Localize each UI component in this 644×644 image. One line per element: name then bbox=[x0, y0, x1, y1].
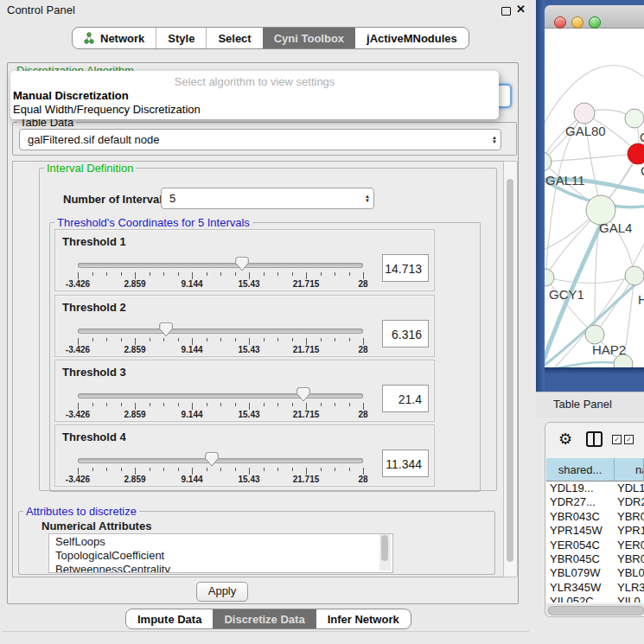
checkbox-icon[interactable]: ✓ bbox=[624, 435, 634, 444]
gal80-node[interactable] bbox=[574, 103, 595, 124]
network-window-titlebar[interactable] bbox=[545, 5, 644, 29]
network-edge bbox=[545, 277, 595, 335]
attribute-item-betweennesscentrality[interactable]: BetweennessCentrality bbox=[49, 562, 392, 573]
algorithm-option-manual-discretization[interactable]: Manual Discretization bbox=[13, 89, 129, 102]
table-row[interactable]: YBR043CYBR0 bbox=[546, 510, 644, 524]
tick-mark bbox=[264, 403, 265, 406]
tab-jactivemnodules[interactable]: jActiveMNodules bbox=[355, 28, 469, 48]
combo-stepper-icon[interactable]: ▲▼ bbox=[361, 194, 373, 203]
columns-icon[interactable] bbox=[586, 431, 603, 447]
minimize-traffic-light-icon[interactable] bbox=[571, 16, 583, 29]
panel-scrollbar[interactable] bbox=[503, 161, 518, 577]
attribute-item-topologicalcoefficient[interactable]: TopologicalCoefficient bbox=[49, 548, 392, 562]
tick-mark bbox=[121, 468, 122, 471]
zoom-traffic-light-icon[interactable] bbox=[589, 16, 601, 29]
control-panel: Control Panel ✕ NetworkStyleSelectCyni T… bbox=[0, 0, 536, 644]
tab-style[interactable]: Style bbox=[156, 28, 206, 48]
tab-infer-network-label: Infer Network bbox=[328, 613, 399, 626]
slider-thumb[interactable] bbox=[296, 387, 310, 402]
column-header-name[interactable]: na bbox=[615, 458, 644, 481]
tick-mark bbox=[277, 272, 278, 276]
tab-impute-data[interactable]: Impute Data bbox=[126, 609, 213, 628]
tick-label: 21.715 bbox=[287, 345, 325, 354]
table-data-combobox[interactable]: galFiltered.sif default node ▲▼ bbox=[19, 129, 501, 150]
number-of-intervals-combobox[interactable]: 5 ▲▼ bbox=[161, 188, 374, 209]
table-row[interactable]: YLR345WYLR3 bbox=[546, 581, 644, 595]
slider-thumb[interactable] bbox=[235, 257, 249, 271]
tick-mark bbox=[292, 338, 293, 341]
tick-label: 21.715 bbox=[287, 279, 325, 289]
tick-mark bbox=[178, 272, 179, 276]
node-label-h: H bbox=[638, 292, 644, 307]
tab-discretize-data[interactable]: Discretize Data bbox=[213, 609, 316, 628]
cell-shared-name: YPR145W bbox=[546, 524, 614, 538]
tick-label: 21.715 bbox=[287, 410, 325, 419]
slider-track[interactable] bbox=[78, 458, 363, 463]
table-row[interactable]: YDR27...YDR2 bbox=[546, 495, 644, 509]
tick-mark bbox=[192, 272, 193, 279]
slider-thumb[interactable] bbox=[159, 322, 173, 337]
tick-mark bbox=[135, 468, 136, 475]
threshold-rows: Threshold 1-3.4262.8599.14415.4321.71528… bbox=[54, 229, 435, 485]
column-header-shared-name[interactable]: shared... bbox=[546, 458, 615, 481]
slider-thumb[interactable] bbox=[205, 452, 219, 467]
network-edge bbox=[545, 276, 634, 283]
threshold-value-field[interactable]: 21.4 bbox=[382, 385, 429, 412]
checkbox-icon[interactable]: ✓ bbox=[612, 435, 622, 444]
apply-button[interactable]: Apply bbox=[196, 582, 248, 602]
slider-track[interactable] bbox=[78, 393, 363, 399]
close-traffic-light-icon[interactable] bbox=[554, 16, 566, 29]
gal11-node[interactable] bbox=[545, 152, 552, 171]
attribute-item-selfloops[interactable]: SelfLoops bbox=[49, 534, 392, 548]
cell-shared-name: YDL19... bbox=[546, 481, 614, 495]
table-row[interactable]: YPR145WYPR1 bbox=[546, 524, 644, 538]
threshold-row-3: Threshold 3-3.4262.8599.14415.4321.71528… bbox=[54, 360, 435, 422]
cell-name: YDR2 bbox=[614, 495, 644, 509]
tab-select[interactable]: Select bbox=[206, 28, 262, 48]
algorithm-option-equal-width-frequency-discretization[interactable]: Equal Width/Frequency Discretization bbox=[13, 103, 201, 116]
threshold-row-4: Threshold 4-3.4262.8599.14415.4321.71528… bbox=[54, 424, 435, 487]
panel-scrollbar-thumb[interactable] bbox=[507, 179, 513, 562]
cell-name: YBR0 bbox=[614, 510, 644, 524]
table-row[interactable]: YIL052CYIL0 bbox=[546, 595, 644, 603]
gcy1-node[interactable] bbox=[545, 269, 554, 286]
tick-mark bbox=[235, 272, 236, 276]
tab-infer-network[interactable]: Infer Network bbox=[316, 609, 411, 628]
gal-right-node[interactable] bbox=[625, 109, 644, 128]
attributes-scrollbar-thumb[interactable] bbox=[381, 535, 388, 561]
attributes-scrollbar[interactable] bbox=[379, 534, 391, 571]
close-icon[interactable]: ✕ bbox=[516, 3, 526, 16]
network-icon bbox=[84, 32, 95, 44]
threshold-value-field[interactable]: 6.316 bbox=[382, 320, 429, 348]
network-view-canvas[interactable]: GAL80GACGAL11GAL4GCY1HHAP2 bbox=[545, 29, 644, 367]
slider-track[interactable] bbox=[78, 328, 363, 334]
interval-definition-title: Interval Definition bbox=[44, 162, 136, 175]
tick-mark bbox=[264, 468, 265, 471]
combo-stepper-icon[interactable]: ▲▼ bbox=[488, 136, 501, 144]
tick-mark bbox=[235, 403, 236, 406]
table-row[interactable]: YBR045CYBR0 bbox=[546, 552, 644, 566]
threshold-row-1: Threshold 1-3.4262.8599.14415.4321.71528… bbox=[54, 229, 435, 291]
threshold-value-field[interactable]: 14.713 bbox=[382, 254, 429, 282]
tab-cyni-toolbox[interactable]: Cyni Toolbox bbox=[263, 28, 355, 48]
table-horizontal-scrollbar[interactable] bbox=[546, 604, 644, 615]
table-scrollbar-thumb[interactable] bbox=[548, 606, 644, 615]
tick-mark bbox=[292, 272, 293, 276]
tick-label: 28 bbox=[344, 475, 382, 484]
tick-mark bbox=[321, 468, 322, 471]
gear-icon[interactable]: ⚙ bbox=[558, 430, 572, 449]
tick-mark bbox=[78, 468, 79, 475]
tick-mark bbox=[178, 338, 179, 341]
tab-network[interactable]: Network bbox=[73, 28, 156, 48]
hap2-node[interactable] bbox=[585, 325, 604, 344]
table-row[interactable]: YBL079WYBL0 bbox=[546, 566, 644, 580]
table-row[interactable]: YDL19...YDL1 bbox=[546, 481, 644, 495]
threshold-value-field[interactable]: 11.344 bbox=[382, 450, 429, 477]
table-row[interactable]: YER054CYER0 bbox=[546, 539, 644, 552]
selected-red-node[interactable] bbox=[628, 143, 644, 164]
tick-mark bbox=[235, 468, 236, 471]
float-window-icon[interactable] bbox=[501, 7, 511, 16]
h-right-node[interactable] bbox=[625, 266, 644, 285]
tick-mark bbox=[277, 468, 278, 471]
slider-track[interactable] bbox=[78, 263, 363, 268]
